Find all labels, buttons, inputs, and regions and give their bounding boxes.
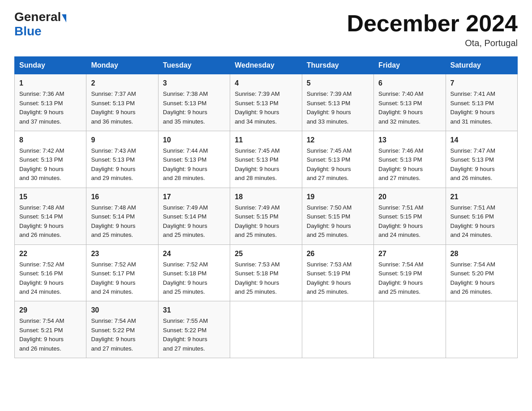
- col-wednesday: Wednesday: [230, 57, 302, 74]
- day-number: 31: [163, 305, 225, 316]
- calendar-cell: 26Sunrise: 7:53 AMSunset: 5:19 PMDayligh…: [302, 244, 373, 301]
- week-row-3: 15Sunrise: 7:48 AMSunset: 5:14 PMDayligh…: [15, 188, 518, 244]
- day-info: Sunrise: 7:42 AMSunset: 5:13 PMDaylight:…: [19, 147, 64, 181]
- week-row-1: 1Sunrise: 7:36 AMSunset: 5:13 PMDaylight…: [15, 74, 518, 131]
- title-area: December 2024 Ota, Portugal: [347, 11, 518, 48]
- day-info: Sunrise: 7:52 AMSunset: 5:16 PMDaylight:…: [19, 261, 64, 295]
- day-number: 17: [163, 192, 225, 202]
- day-number: 6: [378, 78, 441, 89]
- calendar-cell: 14Sunrise: 7:47 AMSunset: 5:13 PMDayligh…: [446, 131, 517, 188]
- day-number: 8: [19, 135, 82, 146]
- calendar-cell: 16Sunrise: 7:48 AMSunset: 5:14 PMDayligh…: [86, 188, 158, 244]
- day-info: Sunrise: 7:54 AMSunset: 5:22 PMDaylight:…: [91, 317, 136, 351]
- day-info: Sunrise: 7:36 AMSunset: 5:13 PMDaylight:…: [19, 90, 64, 124]
- col-saturday: Saturday: [446, 57, 517, 74]
- calendar-cell: 5Sunrise: 7:39 AMSunset: 5:13 PMDaylight…: [302, 74, 373, 131]
- day-info: Sunrise: 7:41 AMSunset: 5:13 PMDaylight:…: [450, 90, 495, 124]
- day-number: 15: [19, 192, 82, 202]
- col-monday: Monday: [86, 57, 158, 74]
- day-number: 27: [378, 248, 441, 259]
- day-info: Sunrise: 7:54 AMSunset: 5:20 PMDaylight:…: [450, 261, 495, 295]
- calendar-cell: 7Sunrise: 7:41 AMSunset: 5:13 PMDaylight…: [446, 74, 517, 131]
- calendar-cell: 19Sunrise: 7:50 AMSunset: 5:15 PMDayligh…: [302, 188, 373, 244]
- day-number: 28: [450, 248, 513, 259]
- week-row-5: 29Sunrise: 7:54 AMSunset: 5:21 PMDayligh…: [15, 301, 518, 358]
- day-info: Sunrise: 7:48 AMSunset: 5:14 PMDaylight:…: [19, 204, 64, 238]
- calendar-cell: 31Sunrise: 7:55 AMSunset: 5:22 PMDayligh…: [158, 301, 230, 358]
- calendar-cell: 20Sunrise: 7:51 AMSunset: 5:15 PMDayligh…: [374, 188, 446, 244]
- day-info: Sunrise: 7:44 AMSunset: 5:13 PMDaylight:…: [163, 147, 208, 181]
- col-tuesday: Tuesday: [158, 57, 230, 74]
- calendar-cell: [374, 301, 446, 358]
- day-info: Sunrise: 7:37 AMSunset: 5:13 PMDaylight:…: [91, 90, 136, 124]
- day-number: 20: [378, 192, 441, 202]
- calendar-table: Sunday Monday Tuesday Wednesday Thursday…: [14, 56, 518, 358]
- day-info: Sunrise: 7:51 AMSunset: 5:15 PMDaylight:…: [378, 204, 423, 238]
- day-info: Sunrise: 7:45 AMSunset: 5:13 PMDaylight:…: [235, 147, 279, 181]
- day-number: 16: [91, 192, 153, 202]
- logo-blue-text: Blue: [14, 24, 42, 38]
- logo-general-text: General: [14, 11, 61, 23]
- day-info: Sunrise: 7:39 AMSunset: 5:13 PMDaylight:…: [235, 90, 279, 124]
- logo: General Blue: [14, 11, 66, 39]
- day-number: 19: [307, 192, 369, 202]
- col-friday: Friday: [374, 57, 446, 74]
- day-info: Sunrise: 7:53 AMSunset: 5:19 PMDaylight:…: [307, 261, 352, 295]
- calendar-cell: 1Sunrise: 7:36 AMSunset: 5:13 PMDaylight…: [15, 74, 86, 131]
- calendar-cell: 8Sunrise: 7:42 AMSunset: 5:13 PMDaylight…: [15, 131, 86, 188]
- day-info: Sunrise: 7:43 AMSunset: 5:13 PMDaylight:…: [91, 147, 136, 181]
- day-info: Sunrise: 7:45 AMSunset: 5:13 PMDaylight:…: [307, 147, 352, 181]
- logo-triangle-icon: [62, 14, 66, 22]
- week-row-2: 8Sunrise: 7:42 AMSunset: 5:13 PMDaylight…: [15, 131, 518, 188]
- header-row: Sunday Monday Tuesday Wednesday Thursday…: [15, 57, 518, 74]
- calendar-cell: 4Sunrise: 7:39 AMSunset: 5:13 PMDaylight…: [230, 74, 302, 131]
- day-info: Sunrise: 7:47 AMSunset: 5:13 PMDaylight:…: [450, 147, 495, 181]
- day-number: 5: [307, 78, 369, 89]
- day-info: Sunrise: 7:50 AMSunset: 5:15 PMDaylight:…: [307, 204, 352, 238]
- day-number: 23: [91, 248, 153, 259]
- calendar-cell: 2Sunrise: 7:37 AMSunset: 5:13 PMDaylight…: [86, 74, 158, 131]
- header: General Blue December 2024 Ota, Portugal: [14, 11, 518, 48]
- calendar-cell: 25Sunrise: 7:53 AMSunset: 5:18 PMDayligh…: [230, 244, 302, 301]
- day-number: 24: [163, 248, 225, 259]
- calendar-cell: 15Sunrise: 7:48 AMSunset: 5:14 PMDayligh…: [15, 188, 86, 244]
- day-number: 29: [19, 305, 82, 316]
- day-info: Sunrise: 7:55 AMSunset: 5:22 PMDaylight:…: [163, 317, 208, 351]
- day-number: 13: [378, 135, 441, 146]
- day-number: 12: [307, 135, 369, 146]
- day-number: 26: [307, 248, 369, 259]
- day-number: 10: [163, 135, 225, 146]
- calendar-cell: 12Sunrise: 7:45 AMSunset: 5:13 PMDayligh…: [302, 131, 373, 188]
- day-number: 4: [235, 78, 297, 89]
- day-number: 1: [19, 78, 82, 89]
- calendar-cell: 29Sunrise: 7:54 AMSunset: 5:21 PMDayligh…: [15, 301, 86, 358]
- day-number: 25: [235, 248, 297, 259]
- col-thursday: Thursday: [302, 57, 373, 74]
- calendar-cell: 30Sunrise: 7:54 AMSunset: 5:22 PMDayligh…: [86, 301, 158, 358]
- day-number: 18: [235, 192, 297, 202]
- day-number: 9: [91, 135, 153, 146]
- calendar-cell: 23Sunrise: 7:52 AMSunset: 5:17 PMDayligh…: [86, 244, 158, 301]
- calendar-cell: 21Sunrise: 7:51 AMSunset: 5:16 PMDayligh…: [446, 188, 517, 244]
- calendar-cell: 28Sunrise: 7:54 AMSunset: 5:20 PMDayligh…: [446, 244, 517, 301]
- day-number: 22: [19, 248, 82, 259]
- day-info: Sunrise: 7:51 AMSunset: 5:16 PMDaylight:…: [450, 204, 495, 238]
- day-number: 11: [235, 135, 297, 146]
- page-subtitle: Ota, Portugal: [347, 38, 518, 48]
- day-info: Sunrise: 7:48 AMSunset: 5:14 PMDaylight:…: [91, 204, 136, 238]
- calendar-body: 1Sunrise: 7:36 AMSunset: 5:13 PMDaylight…: [15, 74, 518, 358]
- week-row-4: 22Sunrise: 7:52 AMSunset: 5:16 PMDayligh…: [15, 244, 518, 301]
- calendar-cell: 17Sunrise: 7:49 AMSunset: 5:14 PMDayligh…: [158, 188, 230, 244]
- col-sunday: Sunday: [15, 57, 86, 74]
- calendar-cell: 13Sunrise: 7:46 AMSunset: 5:13 PMDayligh…: [374, 131, 446, 188]
- calendar-cell: [230, 301, 302, 358]
- calendar-cell: 27Sunrise: 7:54 AMSunset: 5:19 PMDayligh…: [374, 244, 446, 301]
- calendar-cell: 3Sunrise: 7:38 AMSunset: 5:13 PMDaylight…: [158, 74, 230, 131]
- day-info: Sunrise: 7:54 AMSunset: 5:21 PMDaylight:…: [19, 317, 64, 351]
- calendar-cell: 9Sunrise: 7:43 AMSunset: 5:13 PMDaylight…: [86, 131, 158, 188]
- calendar-cell: 10Sunrise: 7:44 AMSunset: 5:13 PMDayligh…: [158, 131, 230, 188]
- day-info: Sunrise: 7:49 AMSunset: 5:15 PMDaylight:…: [235, 204, 279, 238]
- day-info: Sunrise: 7:53 AMSunset: 5:18 PMDaylight:…: [235, 261, 279, 295]
- calendar-cell: 22Sunrise: 7:52 AMSunset: 5:16 PMDayligh…: [15, 244, 86, 301]
- calendar-cell: 11Sunrise: 7:45 AMSunset: 5:13 PMDayligh…: [230, 131, 302, 188]
